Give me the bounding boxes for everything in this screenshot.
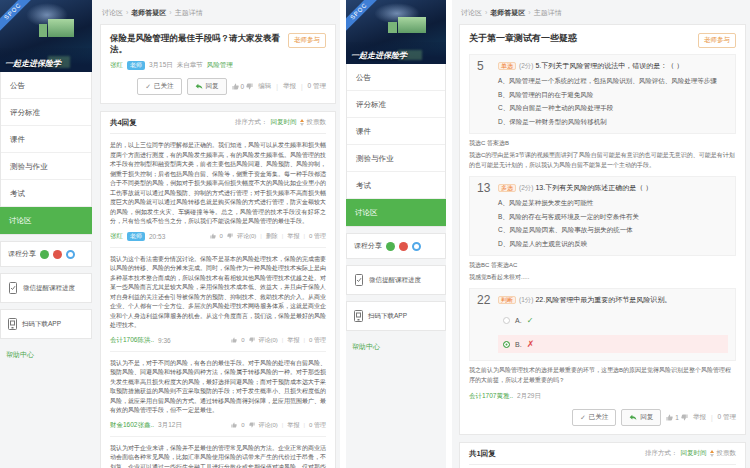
manage-link[interactable]: 0 管理: [308, 82, 326, 91]
question-option: D、风险是人的主观意识的反映: [498, 240, 728, 249]
thumb-down-icon[interactable]: [227, 233, 233, 239]
thumb-up-icon[interactable]: [210, 233, 216, 239]
sort-control: 排序方式： 回复时间 投票数: [235, 118, 326, 127]
course-nav: 公告 评分标准 课件 测验与作业 考试 讨论区: [0, 72, 92, 235]
question-number: 13: [477, 182, 491, 248]
teacher-badge: 老师: [127, 232, 145, 241]
comment-link[interactable]: 评论(0): [259, 421, 278, 430]
question-score: (1分): [519, 296, 533, 303]
thumb-down-icon[interactable]: [246, 83, 253, 90]
sort-arrows-icon[interactable]: [300, 119, 304, 126]
report-link[interactable]: 举报: [283, 82, 296, 91]
sidebar-item-announcements[interactable]: 公告: [347, 64, 445, 91]
sidebar-item-courseware[interactable]: 课件: [347, 118, 445, 145]
thumb-down-icon[interactable]: [249, 337, 255, 343]
chapter-link[interactable]: 风险管理: [207, 61, 233, 70]
reply-button[interactable]: 回复: [621, 409, 661, 426]
thumb-up-icon[interactable]: [231, 422, 237, 428]
sidebar-item-courseware[interactable]: 课件: [1, 126, 91, 153]
manage-link[interactable]: 0 管理: [309, 336, 326, 345]
sidebar-item-discussion[interactable]: 讨论区: [0, 207, 92, 234]
thumbnail-building: [48, 19, 74, 38]
reply-arrow-icon: [195, 83, 203, 90]
sidebar-item-exam[interactable]: 考试: [1, 180, 91, 207]
vote-group: 0: [232, 83, 254, 90]
breadcrumb-separator: ›: [126, 9, 128, 16]
option-label: A.: [515, 317, 522, 324]
topic-title: 关于第一章测试有一些疑惑: [469, 33, 577, 44]
phone-check-icon: [8, 282, 18, 294]
sidebar-item-grading[interactable]: 评分标准: [347, 91, 445, 118]
report-link[interactable]: 举报: [287, 421, 299, 430]
thumb-down-icon[interactable]: [681, 414, 688, 421]
sort-arrows-icon[interactable]: [710, 450, 714, 457]
followed-button[interactable]: ✓已关注: [137, 78, 181, 95]
manage-link[interactable]: 0 管理: [309, 421, 326, 430]
sidebar-item-announcements[interactable]: 公告: [1, 72, 91, 99]
reply-button[interactable]: 回复: [187, 78, 227, 95]
thumb-up-icon[interactable]: [231, 337, 237, 343]
question-block-22: 22 判断(1分)22.风险管理中最为重要的环节是风险识别。 A. ✓ B. ✗: [469, 288, 736, 361]
question-type-badge: 单选: [498, 62, 516, 70]
wechat-progress-tool[interactable]: 微信提醒课程进度: [0, 273, 92, 303]
breadcrumb-discussion[interactable]: 讨论区: [461, 9, 482, 16]
app-root: SPOC 一起走进保险学 公告 评分标准 课件 测验与作业 考试 讨论区 课程分…: [0, 0, 750, 468]
sort-by-votes[interactable]: 投票数: [307, 118, 327, 127]
weibo-share-icon[interactable]: [399, 242, 408, 251]
thumb-up-icon[interactable]: [666, 414, 673, 421]
sort-by-votes[interactable]: 投票数: [717, 449, 737, 458]
sort-by-time[interactable]: 回复时间: [681, 449, 707, 458]
radio-unselected: [503, 317, 510, 324]
breadcrumb-discussion[interactable]: 讨论区: [102, 9, 123, 16]
right-course-page: 讨论区›老师答疑区›主题详情 关于第一章测试有一些疑惑 老师参与 5 单选(2分…: [452, 0, 750, 468]
teacher-join-button[interactable]: 老师参与: [698, 33, 736, 48]
breadcrumb-topic-detail: 主题详情: [534, 9, 562, 16]
wechat-progress-label: 微信提醒课程进度: [23, 284, 75, 293]
like-count: 1: [675, 414, 679, 421]
teacher-join-button[interactable]: 老师参与: [288, 33, 326, 48]
wechat-progress-tool[interactable]: 微信提醒课程进度: [346, 265, 446, 295]
sidebar-item-grading[interactable]: 评分标准: [1, 99, 91, 126]
question-number: 5: [477, 60, 491, 126]
wechat-share-icon[interactable]: [40, 250, 49, 259]
download-app-tool[interactable]: 扫码下载APP: [0, 309, 92, 339]
help-center-link[interactable]: 帮助中心: [0, 339, 92, 360]
comment-link[interactable]: 评论(0): [237, 232, 256, 241]
comment-link[interactable]: 评论(0): [259, 336, 278, 345]
breadcrumb-topic-detail: 主题详情: [175, 9, 203, 16]
reply-item: 我认为对于企业来讲，保险并不是最佳的管理常见风险的方法。企业正常的商业活动会面临…: [110, 437, 326, 468]
wechat-share-icon[interactable]: [386, 242, 395, 251]
sidebar-item-quiz[interactable]: 测验与作业: [1, 153, 91, 180]
manage-link[interactable]: 0 管理: [718, 413, 736, 422]
poster-comment: 我选C 答案选B: [469, 138, 736, 148]
report-link[interactable]: 举报: [693, 413, 706, 422]
qq-share-icon[interactable]: [66, 250, 75, 259]
report-link[interactable]: 举报: [287, 232, 299, 241]
breadcrumb-separator: ›: [528, 9, 530, 16]
sidebar-item-quiz[interactable]: 测验与作业: [347, 145, 445, 172]
check-icon: ✓: [145, 83, 151, 91]
sidebar-item-discussion[interactable]: 讨论区: [346, 199, 446, 226]
qr-phone-icon: [8, 318, 17, 330]
thumb-up-icon[interactable]: [232, 83, 239, 90]
sidebar-item-exam[interactable]: 考试: [347, 172, 445, 199]
weibo-share-icon[interactable]: [53, 250, 62, 259]
breadcrumb-teacher-qa[interactable]: 老师答疑区: [490, 9, 525, 16]
download-app-tool[interactable]: 扫码下载APP: [346, 301, 446, 331]
thumb-down-icon[interactable]: [249, 422, 255, 428]
qq-share-icon[interactable]: [412, 242, 421, 251]
course-thumbnail[interactable]: SPOC 一起走进保险学: [0, 0, 92, 72]
question-text: 22.风险管理中最为重要的环节是风险识别。: [535, 296, 671, 303]
left-main: 讨论区›老师答疑区›主题详情 保险是风险管理的最佳手段吗？请大家发表看法。 老师…: [92, 0, 340, 468]
reply-item: 我认为不是，对于不同的风险，有各自的最佳手段。对于风险的处理有自留风险、预防风险…: [110, 352, 326, 437]
help-center-link[interactable]: 帮助中心: [346, 331, 446, 352]
course-thumbnail[interactable]: SPOC 一起走进保险学: [346, 0, 446, 64]
breadcrumb-teacher-qa[interactable]: 老师答疑区: [131, 9, 166, 16]
divider: |: [301, 83, 303, 90]
followed-button[interactable]: ✓已关注: [572, 409, 616, 426]
manage-link[interactable]: 0 管理: [309, 232, 326, 241]
edit-link[interactable]: 编辑: [258, 82, 271, 91]
sort-by-time[interactable]: 回复时间: [271, 118, 297, 127]
delete-link[interactable]: 删除: [266, 232, 278, 241]
report-link[interactable]: 举报: [287, 336, 299, 345]
